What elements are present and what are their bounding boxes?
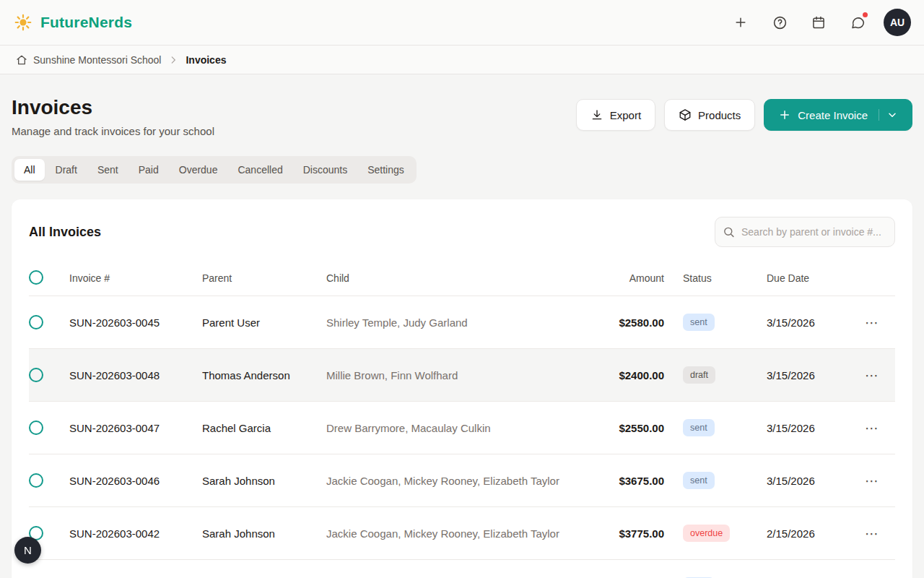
column-header: Amount <box>603 272 683 284</box>
status-badge: sent <box>683 419 715 436</box>
notification-dot <box>863 12 868 17</box>
tab-cancelled[interactable]: Cancelled <box>228 159 292 181</box>
invoice-number: SUN-202603-0048 <box>69 369 202 381</box>
products-button[interactable]: Products <box>664 99 755 131</box>
widget-button[interactable]: N <box>14 537 41 564</box>
table-row[interactable]: SUN-202603-0046 Sarah Johnson Jackie Coo… <box>29 454 895 507</box>
chat-icon <box>850 15 866 30</box>
invoices-card: All Invoices Invoice #ParentChildAmountS… <box>12 199 912 578</box>
invoice-amount: $2580.00 <box>603 316 683 329</box>
row-actions-button[interactable]: ⋯ <box>860 366 884 385</box>
child-names: Jackie Coogan, Mickey Rooney, Elizabeth … <box>326 475 603 487</box>
plus-icon <box>778 108 791 121</box>
table-row[interactable]: SUN-202603-0045 Parent User Shirley Temp… <box>29 296 895 349</box>
tab-overdue[interactable]: Overdue <box>170 159 227 181</box>
select-all-checkbox[interactable] <box>29 270 43 285</box>
topbar-actions: AU <box>728 9 911 36</box>
status-badge: sent <box>683 314 715 331</box>
tab-settings[interactable]: Settings <box>358 159 414 181</box>
tab-draft[interactable]: Draft <box>46 159 87 181</box>
invoice-number: SUN-202603-0042 <box>69 527 202 540</box>
table-row[interactable]: SUN-202603-0047 Rachel Garcia Drew Barry… <box>29 402 895 454</box>
row-checkbox[interactable] <box>29 315 43 329</box>
invoice-amount: $2400.00 <box>603 369 683 381</box>
tab-sent[interactable]: Sent <box>88 159 128 181</box>
status-badge: overdue <box>683 525 730 542</box>
package-icon <box>679 108 692 121</box>
search-box <box>715 217 895 247</box>
parent-name: Parent User <box>202 316 326 329</box>
table-row[interactable]: SUN-202603-0044 Thomas Anderson Millie B… <box>29 560 895 578</box>
export-button[interactable]: Export <box>576 99 655 131</box>
column-header: Invoice # <box>69 272 202 284</box>
tab-all[interactable]: All <box>14 159 45 181</box>
brand-logo-icon <box>13 12 33 33</box>
page-header: Invoices Manage and track invoices for y… <box>12 96 912 137</box>
card-header: All Invoices <box>29 217 895 247</box>
invoice-amount: $2550.00 <box>603 422 683 434</box>
page-subtitle: Manage and track invoices for your schoo… <box>12 125 214 137</box>
parent-name: Rachel Garcia <box>202 422 326 434</box>
child-names: Millie Brown, Finn Wolfhard <box>326 369 603 381</box>
brand[interactable]: FutureNerds <box>13 12 132 33</box>
row-actions-button[interactable]: ⋯ <box>860 524 884 543</box>
main-content: Invoices Manage and track invoices for y… <box>0 96 924 578</box>
due-date: 3/15/2026 <box>767 316 860 329</box>
page-actions: Export Products Create Invoice <box>576 99 912 131</box>
column-header: Status <box>683 272 767 284</box>
child-names: Drew Barrymore, Macaulay Culkin <box>326 422 603 434</box>
column-header: Child <box>326 272 603 284</box>
table-row[interactable]: SUN-202603-0042 Sarah Johnson Jackie Coo… <box>29 507 895 560</box>
chevron-down-icon <box>886 109 898 121</box>
table-row[interactable]: SUN-202603-0048 Thomas Anderson Millie B… <box>29 349 895 402</box>
invoice-number: SUN-202603-0046 <box>69 475 202 487</box>
avatar[interactable]: AU <box>884 9 911 36</box>
help-icon <box>772 15 788 30</box>
invoice-number: SUN-202603-0045 <box>69 316 202 329</box>
status-badge: draft <box>683 366 715 384</box>
products-button-label: Products <box>698 109 741 121</box>
calendar-button[interactable] <box>806 9 832 35</box>
page-title: Invoices <box>12 96 214 119</box>
create-invoice-dropdown[interactable] <box>879 109 898 121</box>
export-button-label: Export <box>610 109 641 121</box>
column-header: Parent <box>202 272 326 284</box>
create-invoice-button-label: Create Invoice <box>798 109 868 121</box>
parent-name: Sarah Johnson <box>202 527 326 540</box>
chat-button[interactable] <box>845 9 871 35</box>
due-date: 3/15/2026 <box>767 422 860 434</box>
card-title: All Invoices <box>29 225 101 240</box>
invoice-tabs: All Draft Sent Paid Overdue Cancelled Di… <box>12 156 417 184</box>
child-names: Shirley Temple, Judy Garland <box>326 316 603 329</box>
breadcrumb-school-label: Sunshine Montessori School <box>33 54 161 66</box>
due-date: 3/15/2026 <box>767 475 860 487</box>
row-checkbox[interactable] <box>29 368 43 382</box>
parent-name: Thomas Anderson <box>202 369 326 381</box>
invoice-number: SUN-202603-0047 <box>69 422 202 434</box>
create-invoice-button[interactable]: Create Invoice <box>764 99 912 131</box>
table-header-row: Invoice #ParentChildAmountStatusDue Date <box>29 260 895 296</box>
calendar-icon <box>811 15 826 30</box>
row-checkbox[interactable] <box>29 420 43 435</box>
add-button[interactable] <box>728 9 754 35</box>
home-icon <box>16 54 27 66</box>
breadcrumb-current: Invoices <box>186 54 226 66</box>
invoice-amount: $3675.00 <box>603 475 683 487</box>
tab-discounts[interactable]: Discounts <box>294 159 357 181</box>
row-actions-button[interactable]: ⋯ <box>860 418 884 438</box>
tab-paid[interactable]: Paid <box>129 159 168 181</box>
row-actions-button[interactable]: ⋯ <box>860 313 884 332</box>
breadcrumb-school[interactable]: Sunshine Montessori School <box>16 54 161 66</box>
row-checkbox[interactable] <box>29 473 43 488</box>
column-header: Due Date <box>767 272 860 284</box>
breadcrumb: Sunshine Montessori School Invoices <box>0 45 924 74</box>
brand-name: FutureNerds <box>40 14 132 31</box>
chevron-right-icon <box>168 55 178 65</box>
status-badge: sent <box>683 472 715 489</box>
search-icon <box>723 226 735 238</box>
help-button[interactable] <box>767 9 793 35</box>
search-input[interactable] <box>715 217 895 247</box>
row-actions-button[interactable]: ⋯ <box>860 471 884 491</box>
invoice-amount: $3775.00 <box>603 527 683 540</box>
child-names: Jackie Coogan, Mickey Rooney, Elizabeth … <box>326 527 603 540</box>
